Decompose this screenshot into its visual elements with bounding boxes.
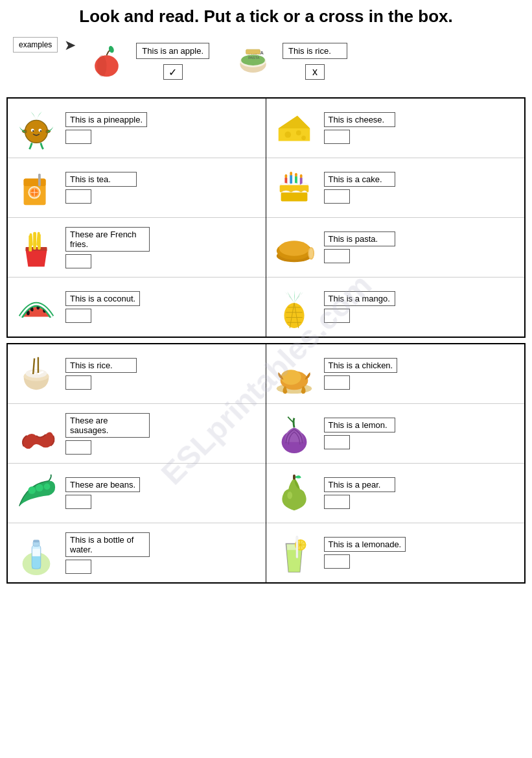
row-cheese: This is cheese.: [266, 99, 525, 158]
svg-point-35: [301, 136, 306, 140]
pear-answer[interactable]: [324, 495, 350, 509]
row-pineapple: This is a pineapple.: [8, 99, 266, 158]
tea-icon: [12, 163, 60, 212]
rice-label: This is rice.: [65, 358, 137, 373]
row-pear: This is a pear.: [266, 464, 525, 523]
lemonade-label: This is a lemonade.: [324, 537, 406, 552]
cheese-icon: [270, 104, 319, 152]
sausages-label: These are sausages.: [65, 413, 150, 438]
pineapple-char-icon: [12, 104, 60, 152]
rice-icon: [12, 349, 60, 398]
lemon-answer[interactable]: [324, 435, 350, 449]
tea-answer[interactable]: [65, 189, 91, 204]
section-1-grid: This is a pineapple.: [8, 99, 524, 337]
coconut-icon: [12, 283, 60, 331]
pineapple-answer[interactable]: [65, 130, 91, 144]
cheese-content: This is cheese.: [324, 112, 395, 144]
lemon-label: This is a lemon.: [324, 418, 395, 432]
example-pasta: PASTA PASTA This is rice. x: [229, 37, 347, 86]
rice-answer[interactable]: [65, 375, 91, 390]
example-pasta-check: x: [305, 64, 325, 80]
row-water: This is a bottle of water.: [8, 523, 266, 582]
row-lemonade: This is a lemonade.: [266, 523, 525, 582]
cake-label: This is a cake.: [324, 172, 395, 187]
mango-content: This is a mango.: [324, 291, 395, 323]
svg-rect-16: [23, 178, 45, 186]
fries-content: These are French fries.: [65, 227, 150, 268]
chicken-label: This is a chicken.: [324, 358, 398, 373]
row-pasta: This is pasta.: [266, 218, 525, 278]
chicken-answer[interactable]: [324, 375, 350, 390]
water-content: This is a bottle of water.: [65, 532, 150, 574]
section-1-right: This is cheese.: [266, 99, 525, 337]
mango-label: This is a mango.: [324, 291, 395, 306]
beans-label: These are beans.: [65, 477, 140, 492]
tea-content: This is tea.: [65, 172, 137, 204]
examples-label: examples: [13, 37, 58, 53]
example-pasta-text: This is rice.: [283, 43, 347, 59]
sausages-answer[interactable]: [65, 440, 91, 455]
svg-point-42: [295, 172, 297, 176]
svg-point-41: [290, 171, 292, 175]
svg-rect-88: [296, 536, 298, 558]
fries-icon: [12, 223, 60, 272]
example-apple-check: ✓: [163, 64, 183, 80]
row-tea: This is tea.: [8, 158, 266, 218]
beans-content: These are beans.: [65, 477, 140, 509]
pasta-content: This is pasta.: [324, 231, 395, 263]
svg-rect-8: [246, 49, 260, 54]
lemonade-icon: [270, 528, 319, 577]
lemon-icon: [270, 409, 319, 458]
svg-point-40: [284, 174, 287, 178]
row-beans: These are beans.: [8, 464, 266, 523]
fries-answer[interactable]: [65, 254, 91, 268]
svg-point-1: [97, 55, 107, 77]
pear-content: This is a pear.: [324, 477, 395, 509]
row-mango: This is a mango.: [266, 278, 525, 337]
svg-point-14: [40, 130, 41, 131]
svg-point-51: [284, 303, 304, 328]
mango-answer[interactable]: [324, 309, 350, 323]
cake-content: This is a cake.: [324, 172, 395, 204]
pasta-label: This is pasta.: [324, 231, 395, 246]
svg-point-69: [43, 483, 50, 490]
svg-rect-25: [33, 231, 36, 249]
lemonade-content: This is a lemonade.: [324, 537, 406, 569]
svg-rect-80: [293, 474, 295, 479]
example-apple-text: This is an apple.: [136, 43, 209, 59]
lemonade-answer[interactable]: [324, 554, 350, 569]
svg-rect-19: [38, 173, 40, 185]
fries-label: These are French fries.: [65, 227, 150, 252]
pasta-bowl-icon: PASTA PASTA: [229, 37, 277, 86]
cake-answer[interactable]: [324, 189, 350, 204]
mango-icon: [270, 283, 319, 331]
water-answer[interactable]: [65, 560, 91, 574]
sausages-content: These are sausages.: [65, 413, 150, 455]
pasta-answer[interactable]: [324, 249, 350, 263]
example-pasta-content: This is rice. x: [283, 43, 347, 80]
cheese-answer[interactable]: [324, 130, 350, 144]
tea-label: This is tea.: [65, 172, 137, 187]
svg-text:PASTA: PASTA: [248, 56, 260, 60]
row-fries: These are French fries.: [8, 218, 266, 278]
svg-rect-45: [281, 192, 308, 201]
water-label: This is a bottle of water.: [65, 532, 150, 557]
row-cake: This is a cake.: [266, 158, 525, 218]
examples-section: examples ➤ This is an apple. ✓: [6, 33, 526, 89]
section-2-grid: This is rice. These are sausages.: [8, 344, 524, 582]
svg-point-50: [309, 248, 313, 258]
row-chicken: This is a chicken.: [266, 344, 525, 404]
sausages-icon: [12, 409, 60, 458]
coconut-answer[interactable]: [65, 309, 91, 323]
svg-rect-75: [32, 549, 40, 556]
example-apple-content: This is an apple. ✓: [136, 43, 209, 80]
beans-answer[interactable]: [65, 495, 91, 509]
svg-point-34: [296, 130, 301, 135]
pasta-icon: [270, 223, 319, 272]
water-icon: [12, 528, 60, 577]
pear-label: This is a pear.: [324, 477, 395, 492]
pear-icon: [270, 469, 319, 517]
chicken-content: This is a chicken.: [324, 358, 398, 390]
lemon-content: This is a lemon.: [324, 418, 395, 449]
pineapple-label: This is a pineapple.: [65, 112, 147, 127]
